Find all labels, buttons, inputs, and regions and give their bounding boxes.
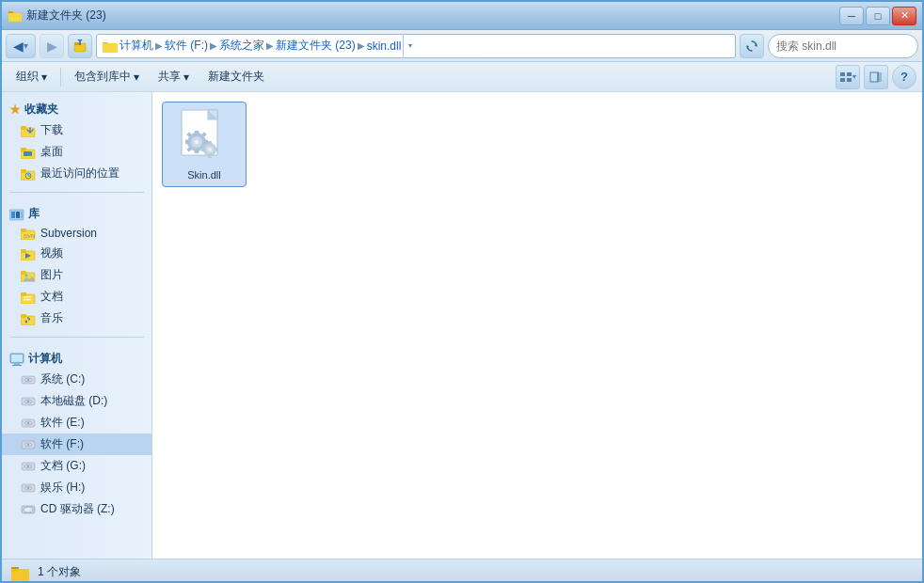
title-bar: 新建文件夹 (23) ─ □ ✕ (2, 2, 922, 30)
dll-file-icon (180, 108, 229, 166)
refresh-button[interactable] (740, 34, 764, 58)
back-dropdown-arrow[interactable]: ▾ (24, 40, 28, 51)
view-dropdown-button[interactable]: ▾ (836, 65, 860, 89)
file-label-skin-dll: Skin.dll (187, 169, 220, 181)
library-icon (9, 208, 24, 221)
svg-rect-93 (215, 148, 218, 151)
sidebar-item-c-drive[interactable]: 系统 (C:) (2, 369, 151, 390)
download-folder-icon (21, 124, 36, 137)
breadcrumb-syzj[interactable]: 系统之家 (219, 38, 264, 54)
library-header[interactable]: 库 (2, 204, 151, 224)
up-button[interactable] (68, 34, 92, 58)
maximize-button[interactable]: □ (866, 7, 890, 25)
favorites-section: ★ 收藏夹 下载 桌面 (2, 92, 151, 188)
sidebar-item-download[interactable]: 下载 (2, 119, 151, 141)
back-button[interactable]: ◀ ▾ (6, 34, 36, 58)
cd-drive-icon (21, 503, 36, 516)
refresh-icon (745, 39, 758, 53)
desktop-folder-icon (21, 146, 36, 159)
svg-rect-79 (195, 131, 199, 134)
new-folder-button[interactable]: 新建文件夹 (199, 65, 273, 89)
svg-point-56 (27, 401, 29, 402)
share-button[interactable]: 共享 ▾ (150, 65, 198, 89)
svg-rect-12 (840, 78, 845, 82)
sidebar-item-d-drive[interactable]: 本地磁盘 (D:) (2, 390, 151, 412)
svg-rect-36 (21, 249, 26, 253)
breadcrumb-computer[interactable]: 计算机 (119, 38, 153, 54)
pane-icon (869, 71, 883, 84)
svg-point-65 (27, 465, 29, 467)
svg-point-59 (27, 422, 29, 424)
search-box[interactable]: 🔍 (768, 34, 918, 58)
svg-rect-22 (24, 151, 32, 156)
breadcrumb-fdrive[interactable]: 软件 (F:) (165, 38, 208, 54)
status-icon (11, 564, 30, 581)
status-count: 1 个对象 (38, 564, 81, 580)
svg-point-68 (27, 487, 29, 489)
sidebar-item-g-drive[interactable]: 文档 (G:) (2, 455, 151, 477)
status-bar: 1 个对象 (2, 559, 922, 583)
svg-rect-5 (74, 42, 79, 45)
file-item-skin-dll[interactable]: Skin.dll (162, 102, 247, 187)
favorites-header[interactable]: ★ 收藏夹 (2, 100, 151, 119)
svg-rect-49 (14, 363, 20, 365)
sidebar-item-z-drive[interactable]: CD 驱动器 (Z:) (2, 498, 151, 520)
breadcrumb-skindll[interactable]: skin.dll (367, 39, 402, 53)
svg-point-89 (208, 148, 212, 151)
sidebar-item-pictures[interactable]: 图片 (2, 264, 151, 286)
video-folder-icon (21, 247, 36, 260)
computer-icon (9, 353, 24, 366)
sidebar-item-f-drive[interactable]: 软件 (F:) (2, 433, 151, 455)
svg-point-40 (25, 274, 28, 276)
c-drive-icon (21, 373, 36, 386)
sidebar-item-desktop[interactable]: 桌面 (2, 141, 151, 163)
star-icon: ★ (9, 102, 21, 117)
window-title: 新建文件夹 (23) (26, 8, 106, 24)
svg-point-78 (195, 140, 199, 145)
svg-rect-29 (11, 212, 15, 218)
window-icon (8, 8, 23, 24)
breadcrumb-dropdown[interactable]: ▾ (403, 34, 416, 58)
svg-rect-10 (840, 72, 845, 76)
main-area: ★ 收藏夹 下载 桌面 (2, 92, 922, 559)
forward-button[interactable]: ▶ (40, 34, 64, 58)
svg-rect-50 (12, 365, 22, 366)
svg-rect-91 (208, 155, 212, 158)
preview-pane-button[interactable] (864, 65, 888, 89)
title-bar-left: 新建文件夹 (23) (8, 8, 106, 24)
include-library-button[interactable]: 包含到库中 ▾ (66, 65, 148, 89)
svg-rect-15 (878, 72, 882, 82)
breadcrumb-newfolder[interactable]: 新建文件夹 (23) (276, 38, 356, 54)
svg-rect-9 (103, 43, 118, 53)
search-input[interactable] (776, 39, 917, 53)
close-button[interactable]: ✕ (892, 7, 916, 25)
svg-rect-46 (21, 314, 26, 318)
svg-rect-44 (24, 299, 31, 301)
svg-rect-18 (21, 126, 26, 130)
help-button[interactable]: ? (892, 65, 916, 89)
breadcrumb-bar[interactable]: 计算机 ▶ 软件 (F:) ▶ 系统之家 ▶ 新建文件夹 (23) ▶ skin… (96, 34, 736, 58)
sidebar-item-subversion[interactable]: SVN Subversion (2, 224, 151, 243)
organize-button[interactable]: 组织 ▾ (8, 65, 56, 89)
address-bar: ◀ ▾ ▶ 计算机 ▶ 软件 (F:) ▶ 系统之家 ▶ 新建文件夹 (23) … (2, 30, 922, 62)
sidebar-item-h-drive[interactable]: 娱乐 (H:) (2, 477, 151, 498)
svg-rect-43 (24, 296, 31, 298)
content-area: Skin.dll (152, 92, 922, 559)
svg-rect-24 (21, 169, 26, 173)
svg-rect-3 (8, 13, 22, 22)
sidebar-item-e-drive[interactable]: 软件 (E:) (2, 412, 151, 433)
sidebar-item-video[interactable]: 视频 (2, 243, 151, 264)
up-arrow-icon (73, 39, 87, 53)
toolbar-right: ▾ ? (836, 65, 916, 89)
computer-header[interactable]: 计算机 (2, 349, 151, 369)
svg-rect-21 (21, 148, 26, 151)
music-folder-icon (21, 312, 36, 325)
svg-rect-13 (847, 78, 852, 82)
svg-rect-30 (16, 212, 20, 218)
h-drive-icon (21, 481, 36, 495)
minimize-button[interactable]: ─ (839, 7, 864, 25)
sidebar-item-recent[interactable]: 最近访问的位置 (2, 163, 151, 184)
computer-section: 计算机 系统 (C:) 本地磁盘 (D:) (2, 341, 151, 524)
sidebar-item-music[interactable]: 音乐 (2, 307, 151, 329)
sidebar-item-documents[interactable]: 文档 (2, 286, 151, 307)
